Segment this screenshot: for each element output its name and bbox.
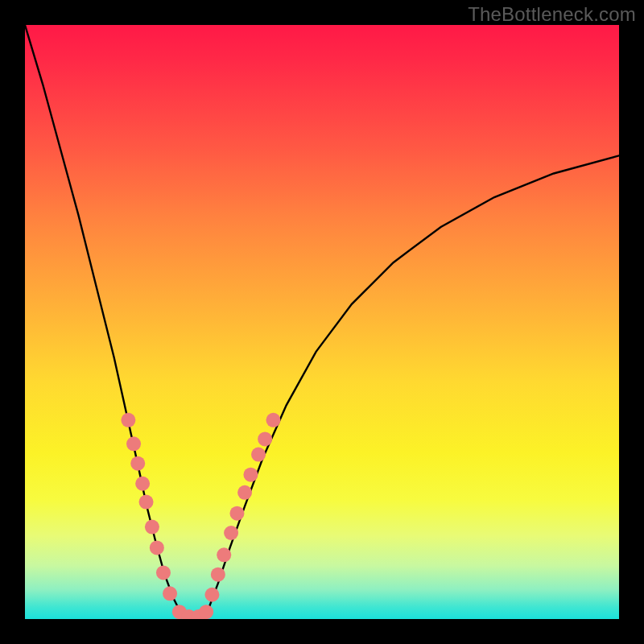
curve-marker (211, 568, 225, 582)
curve-markers (121, 413, 280, 619)
watermark-text: TheBottleneck.com (468, 3, 636, 26)
curve-marker (224, 526, 238, 540)
curve-marker (121, 413, 135, 427)
plot-area (25, 25, 619, 619)
chart-stage: TheBottleneck.com (0, 0, 644, 644)
curve-marker (266, 413, 280, 427)
curve-marker (258, 431, 272, 446)
curve-marker (204, 588, 219, 602)
curve-marker (163, 586, 177, 601)
curve-marker (243, 468, 258, 482)
curve-marker (237, 485, 252, 500)
curve-marker (229, 506, 244, 521)
curve-layer (25, 25, 619, 619)
curve-marker (126, 436, 141, 451)
curve-marker (135, 477, 150, 491)
curve-marker (145, 520, 159, 535)
curve-marker (150, 540, 164, 555)
bottleneck-curve (25, 25, 619, 619)
curve-marker (156, 565, 171, 580)
curve-marker (139, 495, 154, 510)
curve-marker (251, 448, 266, 462)
curve-marker (199, 605, 213, 619)
curve-marker (217, 547, 231, 562)
curve-marker (130, 456, 145, 471)
